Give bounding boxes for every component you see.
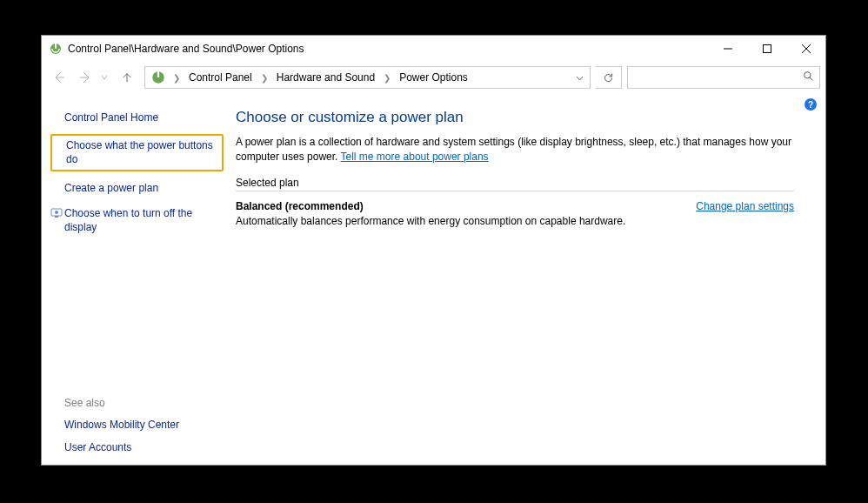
svg-line-11 xyxy=(810,77,812,80)
svg-rect-1 xyxy=(55,44,57,49)
plan-description: Automatically balances performance with … xyxy=(236,215,625,227)
sidebar-item-turn-off-display[interactable]: Choose when to turn off the display xyxy=(64,206,224,234)
description-text: A power plan is a collection of hardware… xyxy=(236,136,791,163)
minimize-button[interactable] xyxy=(708,36,747,62)
search-input[interactable] xyxy=(633,71,803,84)
help-button[interactable]: ? xyxy=(805,98,817,111)
window-controls xyxy=(708,36,825,62)
breadcrumb-item-control-panel[interactable]: Control Panel xyxy=(184,69,257,86)
titlebar: Control Panel\Hardware and Sound\Power O… xyxy=(42,36,825,62)
sidebar-item-control-panel-home[interactable]: Control Panel Home xyxy=(64,111,158,124)
breadcrumb-item-hardware-sound[interactable]: Hardware and Sound xyxy=(271,69,380,86)
selected-plan-label: Selected plan xyxy=(236,177,794,191)
search-icon xyxy=(803,70,814,84)
breadcrumb-item-power-options[interactable]: Power Options xyxy=(394,69,473,86)
page-description: A power plan is a collection of hardware… xyxy=(236,135,794,164)
search-box[interactable] xyxy=(627,66,820,89)
see-also-mobility-center[interactable]: Windows Mobility Center xyxy=(64,418,225,432)
see-also-user-accounts[interactable]: User Accounts xyxy=(64,440,225,454)
power-options-icon xyxy=(150,70,166,85)
svg-rect-3 xyxy=(763,45,771,53)
address-dropdown-button[interactable] xyxy=(571,67,588,88)
plan-name: Balanced (recommended) xyxy=(236,200,625,212)
nav-history-dropdown[interactable] xyxy=(99,65,110,90)
sidebar: Control Panel Home Choose what the power… xyxy=(42,93,229,465)
nav-back-button[interactable] xyxy=(47,65,71,90)
refresh-button[interactable] xyxy=(596,66,622,89)
window-title: Control Panel\Hardware and Sound\Power O… xyxy=(68,43,708,55)
sidebar-item-create-power-plan[interactable]: Create a power plan xyxy=(64,181,158,195)
content-body: ? Control Panel Home Choose what the pow… xyxy=(42,93,825,465)
addressbar: ❯ Control Panel ❯ Hardware and Sound ❯ P… xyxy=(42,62,825,93)
chevron-right-icon[interactable]: ❯ xyxy=(257,73,271,83)
learn-more-link[interactable]: Tell me more about power plans xyxy=(341,151,489,163)
chevron-right-icon[interactable]: ❯ xyxy=(380,73,394,83)
maximize-button[interactable] xyxy=(747,36,786,62)
sidebar-item-power-buttons[interactable]: Choose what the power buttons do xyxy=(66,138,218,166)
display-off-icon xyxy=(50,206,63,220)
page-heading: Choose or customize a power plan xyxy=(236,109,794,126)
power-options-icon xyxy=(49,42,63,56)
svg-point-10 xyxy=(805,72,811,78)
svg-rect-9 xyxy=(157,71,159,77)
close-button[interactable] xyxy=(786,36,825,62)
change-plan-settings-link[interactable]: Change plan settings xyxy=(696,200,794,212)
svg-rect-14 xyxy=(55,216,58,218)
main-content: Choose or customize a power plan A power… xyxy=(229,93,825,465)
nav-up-button[interactable] xyxy=(115,65,139,90)
see-also-title: See also xyxy=(50,397,225,409)
control-panel-window: Control Panel\Hardware and Sound\Power O… xyxy=(41,35,826,466)
nav-forward-button[interactable] xyxy=(73,65,97,90)
breadcrumb[interactable]: ❯ Control Panel ❯ Hardware and Sound ❯ P… xyxy=(144,66,591,89)
chevron-right-icon[interactable]: ❯ xyxy=(170,73,184,83)
see-also-section: See also Windows Mobility Center User Ac… xyxy=(50,383,225,454)
svg-point-13 xyxy=(55,211,58,214)
